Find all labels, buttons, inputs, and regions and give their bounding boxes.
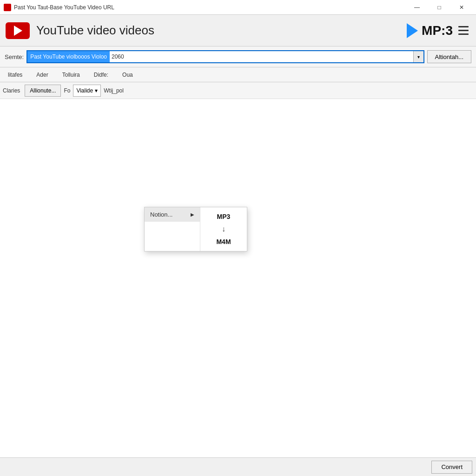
toolbar-row: Semte: Past YouTube violbooos Violoo ▾ A… [0, 46, 476, 67]
notion-arrow-icon: ▶ [191, 212, 194, 217]
vialide-label: Vialide [76, 87, 93, 94]
action-button[interactable]: Altiontah... [427, 50, 471, 63]
app-window: Past You Taut-Base YouTube Video URL — □… [0, 0, 476, 476]
vialide-dropdown[interactable]: Vialide ▾ [73, 85, 101, 97]
convert-button[interactable]: Convert [431, 461, 472, 474]
app-header: YouTube video videos MP:3 [0, 15, 476, 46]
format-separator: ↓ [200, 224, 247, 234]
app-icon [4, 4, 11, 11]
tab-ader[interactable]: Ader [29, 67, 55, 82]
url-input-wrapper: Past YouTube violbooos Violoo ▾ [26, 50, 424, 63]
bottom-bar: Convert [0, 457, 476, 476]
claries-label: Claries [3, 87, 20, 94]
menu-line [458, 26, 469, 27]
notion-menu-item[interactable]: Notion... ▶ [145, 207, 200, 222]
close-button[interactable]: ✕ [451, 0, 472, 15]
maximize-button[interactable]: □ [429, 0, 450, 15]
popup-right-panel: MP3 ↓ M4M [200, 207, 247, 251]
vialide-chevron-icon: ▾ [95, 87, 98, 94]
tab-didfe[interactable]: Didfe: [87, 67, 115, 82]
content-row: Claries Allionute... Fo Vialide ▾ Wtij_p… [0, 82, 476, 99]
tabs-row: litafes Ader Tolluira Didfe: Oua [0, 67, 476, 82]
m4m-label: M4M [216, 238, 231, 245]
tab-tolluira[interactable]: Tolluira [55, 67, 87, 82]
mp3-label: MP:3 [422, 23, 453, 38]
youtube-logo [6, 22, 30, 39]
play-triangle-icon [14, 26, 22, 36]
format-dropdown-popup: Notion... ▶ MP3 ↓ M4M [144, 207, 247, 251]
menu-line [458, 30, 469, 31]
tab-oua[interactable]: Oua [115, 67, 140, 82]
popup-left-panel: Notion... ▶ [145, 207, 200, 251]
url-input[interactable] [110, 51, 413, 62]
menu-line [458, 33, 469, 35]
arrow-down-icon: ↓ [222, 225, 225, 233]
arrow-right-icon [407, 23, 418, 38]
url-dropdown-button[interactable]: ▾ [413, 51, 423, 62]
m4m-option[interactable]: M4M [200, 234, 247, 249]
app-title: YouTube video videos [36, 23, 407, 38]
minimize-button[interactable]: — [406, 0, 428, 15]
allionute-button[interactable]: Allionute... [25, 85, 61, 97]
title-bar: Past You Taut-Base YouTube Video URL — □… [0, 0, 476, 15]
main-content: Notion... ▶ MP3 ↓ M4M [0, 99, 476, 457]
title-bar-text: Past You Taut-Base YouTube Video URL [14, 4, 406, 11]
title-bar-controls: — □ ✕ [406, 0, 472, 15]
notion-label: Notion... [150, 211, 172, 218]
fo-label: Fo [64, 87, 70, 94]
header-right: MP:3 [407, 23, 470, 38]
source-label: Semte: [5, 53, 24, 60]
hamburger-menu-icon[interactable] [456, 24, 470, 37]
wtij-label: Wtij_pol [104, 87, 124, 94]
mp3-label: MP3 [217, 213, 231, 220]
url-selected-text: Past YouTube violbooos Violoo [27, 51, 110, 62]
mp3-option[interactable]: MP3 [200, 209, 247, 224]
tab-litafes[interactable]: litafes [1, 67, 29, 82]
